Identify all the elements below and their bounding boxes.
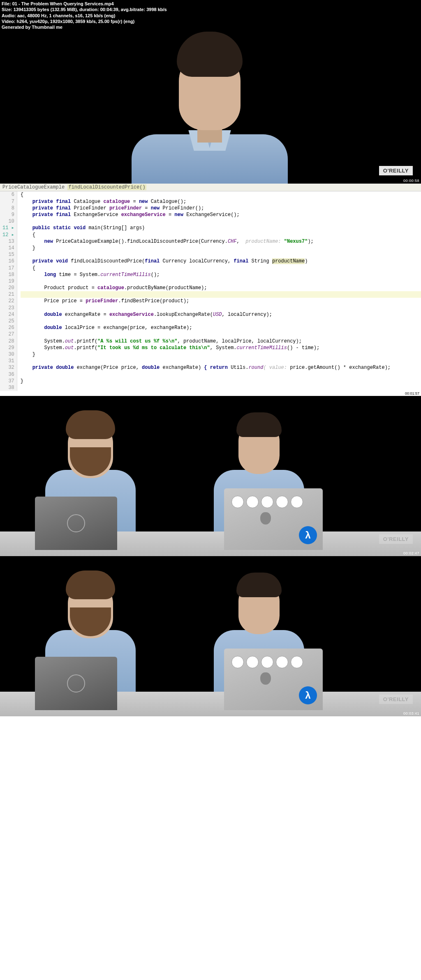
file-name: 01 - The Problem When Querying Services.… (12, 1, 114, 6)
size-mib: (132.95 MiB) (51, 7, 77, 12)
sticker-icon (276, 496, 288, 508)
sticker-icon (261, 656, 273, 668)
avg-bitrate: 3998 kb/s (146, 7, 167, 12)
generated-by: Generated by Thumbnail me (2, 25, 62, 30)
breadcrumb-method: findLocalDiscountedPrice() (67, 184, 146, 190)
file-metadata: File: 01 - The Problem When Querying Ser… (0, 0, 421, 31)
thumbnail-frame-1: O'REILLY 00:00:58 (0, 31, 421, 184)
oreilly-badge: O'REILLY (379, 534, 413, 544)
laptop-macbook: λ (224, 488, 323, 550)
laptop-dell (35, 657, 117, 710)
sticker-icon (231, 656, 244, 668)
timestamp-1: 00:00:58 (403, 179, 419, 183)
laptop-dell (35, 497, 117, 550)
sticker-icon (246, 496, 259, 508)
breadcrumb-class: PriceCatalogueExample (2, 184, 65, 190)
sticker-icon (246, 656, 259, 668)
video-info: h264, yuv420p, 1920x1080, 3859 kb/s, 25.… (16, 19, 134, 24)
timestamp-3: 00:02:47 (403, 551, 419, 555)
timestamp-2: 00:01:57 (0, 391, 421, 396)
cursor-line (21, 291, 421, 298)
sticker-icon (291, 496, 303, 508)
ide-code-panel: PriceCatalogueExample findLocalDiscounte… (0, 184, 421, 396)
oreilly-badge: O'REILLY (379, 695, 413, 704)
apple-logo-icon (260, 672, 271, 685)
code-editor[interactable]: 678910 11 ▸12 ▸131415 1617181920 2122232… (0, 191, 421, 391)
line-gutter: 678910 11 ▸12 ▸131415 1617181920 2122232… (0, 191, 17, 391)
audio-label: Audio: (2, 13, 17, 18)
video-label: Video: (2, 19, 16, 24)
code-breadcrumb: PriceCatalogueExample findLocalDiscounte… (0, 184, 421, 191)
lambda-sticker-icon: λ (299, 686, 317, 704)
code-content[interactable]: { private final Catalogue catalogue = ne… (17, 191, 421, 391)
sticker-icon (276, 656, 288, 668)
sticker-icon (231, 496, 244, 508)
oreilly-badge: O'REILLY (379, 166, 413, 175)
size-bytes: 139413305 (14, 7, 36, 12)
presenter-figure (144, 47, 275, 184)
sticker-icon (291, 656, 303, 668)
lambda-sticker-icon: λ (299, 526, 317, 544)
thumbnail-frame-4: λ O'REILLY 00:03:41 (0, 556, 421, 716)
timestamp-4: 00:03:41 (403, 711, 419, 715)
sticker-icon (261, 496, 273, 508)
file-label: File: (2, 1, 12, 6)
laptop-macbook: λ (224, 649, 323, 710)
duration: 00:04:39 (100, 7, 118, 12)
thumbnail-frame-3: λ O'REILLY 00:02:47 (0, 396, 421, 556)
audio-info: aac, 48000 Hz, 1 channels, s16, 125 kb/s… (17, 13, 115, 18)
size-label: Size: (2, 7, 14, 12)
apple-logo-icon (260, 512, 271, 525)
